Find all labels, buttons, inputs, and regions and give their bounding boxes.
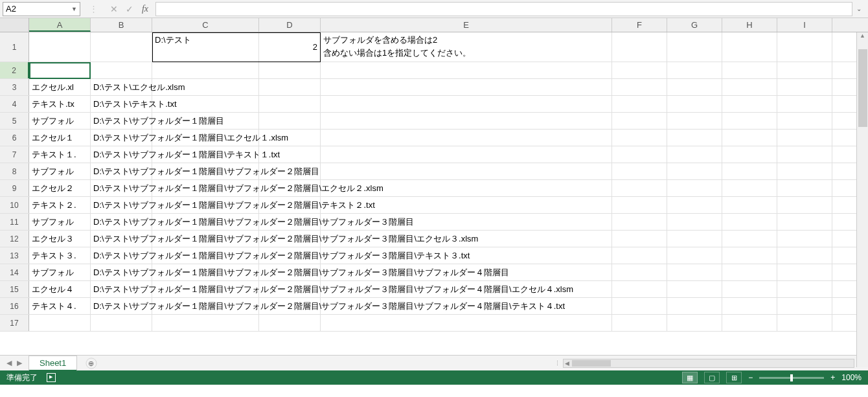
cell-I15[interactable]: [777, 281, 832, 297]
cell-G5[interactable]: [667, 113, 722, 129]
cell-H8[interactable]: [722, 163, 777, 179]
cell-H14[interactable]: [722, 264, 777, 280]
cell-G4[interactable]: [667, 96, 722, 112]
cell-A2[interactable]: [29, 62, 91, 78]
cell-F1[interactable]: [612, 32, 667, 62]
cell-E6[interactable]: [321, 130, 612, 146]
cell-G2[interactable]: [667, 62, 722, 78]
cell-A17[interactable]: [29, 315, 91, 331]
cell-G8[interactable]: [667, 163, 722, 179]
cell-E1[interactable]: サブフォルダを含める場合は2 含めない場合は1を指定してください。: [321, 32, 612, 62]
cell-B9[interactable]: D:\テスト\サブフォルダー１階層目\サブフォルダー２階層目\エクセル２.xls…: [91, 180, 152, 196]
cell-A13[interactable]: テキスト３.: [29, 247, 91, 264]
cell-B16[interactable]: D:\テスト\サブフォルダー１階層目\サブフォルダー２階層目\サブフォルダー３階…: [91, 298, 152, 314]
cell-A16[interactable]: テキスト４.: [29, 298, 91, 314]
cell-I5[interactable]: [777, 113, 832, 129]
cell-F8[interactable]: [612, 163, 667, 179]
cell-B6[interactable]: D:\テスト\サブフォルダー１階層目\エクセル１.xlsm: [91, 130, 152, 146]
cell-C11[interactable]: [152, 214, 259, 230]
cell-E10[interactable]: [321, 197, 612, 213]
cell-F6[interactable]: [612, 130, 667, 146]
cell-C2[interactable]: [152, 62, 259, 78]
cell-B10[interactable]: D:\テスト\サブフォルダー１階層目\サブフォルダー２階層目\テキスト２.txt: [91, 197, 152, 213]
cell-E11[interactable]: [321, 214, 612, 230]
cell-H2[interactable]: [722, 62, 777, 78]
cell-C4[interactable]: [152, 96, 259, 112]
cell-D17[interactable]: [259, 315, 321, 331]
cell-H17[interactable]: [722, 315, 777, 331]
row-header-14[interactable]: 14: [0, 264, 29, 280]
column-header-G[interactable]: G: [667, 18, 722, 32]
cell-D16[interactable]: [259, 298, 321, 314]
cell-G17[interactable]: [667, 315, 722, 331]
cell-A12[interactable]: エクセル３: [29, 231, 91, 247]
row-header-12[interactable]: 12: [0, 231, 29, 247]
cell-G10[interactable]: [667, 197, 722, 213]
cell-E14[interactable]: [321, 264, 612, 280]
cell-C7[interactable]: [152, 146, 259, 163]
cell-G7[interactable]: [667, 146, 722, 163]
cell-G14[interactable]: [667, 264, 722, 280]
formula-input[interactable]: [155, 2, 852, 16]
view-normal-icon[interactable]: ▦: [682, 372, 698, 383]
vertical-scrollbar[interactable]: ▲: [856, 32, 868, 367]
cell-I13[interactable]: [777, 247, 832, 264]
cell-D11[interactable]: [259, 214, 321, 230]
cell-F7[interactable]: [612, 146, 667, 163]
name-box[interactable]: A2 ▼: [3, 2, 80, 16]
cell-B15[interactable]: D:\テスト\サブフォルダー１階層目\サブフォルダー２階層目\サブフォルダー３階…: [91, 281, 152, 297]
cell-B13[interactable]: D:\テスト\サブフォルダー１階層目\サブフォルダー２階層目\サブフォルダー３階…: [91, 247, 152, 264]
cell-C9[interactable]: [152, 180, 259, 196]
cell-E9[interactable]: [321, 180, 612, 196]
cell-B17[interactable]: [91, 315, 152, 331]
cell-C17[interactable]: [152, 315, 259, 331]
cell-A7[interactable]: テキスト１.: [29, 146, 91, 163]
cell-F16[interactable]: [612, 298, 667, 314]
cell-I12[interactable]: [777, 231, 832, 247]
cell-F10[interactable]: [612, 197, 667, 213]
column-header-E[interactable]: E: [321, 18, 612, 32]
cell-F14[interactable]: [612, 264, 667, 280]
zoom-level[interactable]: 100%: [841, 373, 862, 382]
cell-E13[interactable]: [321, 247, 612, 264]
cell-G6[interactable]: [667, 130, 722, 146]
cell-C12[interactable]: [152, 231, 259, 247]
cell-E17[interactable]: [321, 315, 612, 331]
cell-A3[interactable]: エクセル.xl: [29, 79, 91, 95]
cell-E16[interactable]: [321, 298, 612, 314]
cell-F13[interactable]: [612, 247, 667, 264]
vertical-scroll-thumb[interactable]: [858, 49, 867, 127]
cell-B5[interactable]: D:\テスト\サブフォルダー１階層目: [91, 113, 152, 129]
cell-C10[interactable]: [152, 197, 259, 213]
cell-G15[interactable]: [667, 281, 722, 297]
cell-E15[interactable]: [321, 281, 612, 297]
cell-C6[interactable]: [152, 130, 259, 146]
cell-I1[interactable]: [777, 32, 832, 62]
cell-A6[interactable]: エクセル１: [29, 130, 91, 146]
cell-E7[interactable]: [321, 146, 612, 163]
cell-A15[interactable]: エクセル４: [29, 281, 91, 297]
row-header-3[interactable]: 3: [0, 79, 29, 95]
cell-F5[interactable]: [612, 113, 667, 129]
column-header-H[interactable]: H: [722, 18, 777, 32]
row-header-1[interactable]: 1: [0, 32, 29, 62]
cell-E2[interactable]: [321, 62, 612, 78]
row-header-8[interactable]: 8: [0, 163, 29, 179]
cell-A8[interactable]: サブフォル: [29, 163, 91, 179]
cell-I4[interactable]: [777, 96, 832, 112]
cell-B12[interactable]: D:\テスト\サブフォルダー１階層目\サブフォルダー２階層目\サブフォルダー３階…: [91, 231, 152, 247]
cell-D13[interactable]: [259, 247, 321, 264]
cell-E4[interactable]: [321, 96, 612, 112]
cell-H6[interactable]: [722, 130, 777, 146]
cell-H12[interactable]: [722, 231, 777, 247]
cell-H11[interactable]: [722, 214, 777, 230]
cell-C3[interactable]: [152, 79, 259, 95]
cell-C1[interactable]: D:\テスト: [152, 32, 259, 62]
cell-B11[interactable]: D:\テスト\サブフォルダー１階層目\サブフォルダー２階層目\サブフォルダー３階…: [91, 214, 152, 230]
cell-D2[interactable]: [259, 62, 321, 78]
cell-I8[interactable]: [777, 163, 832, 179]
cell-B4[interactable]: D:\テスト\テキスト.txt: [91, 96, 152, 112]
column-header-B[interactable]: B: [91, 18, 152, 32]
row-header-2[interactable]: 2: [0, 62, 29, 78]
horizontal-scroll-thumb[interactable]: [572, 360, 611, 367]
